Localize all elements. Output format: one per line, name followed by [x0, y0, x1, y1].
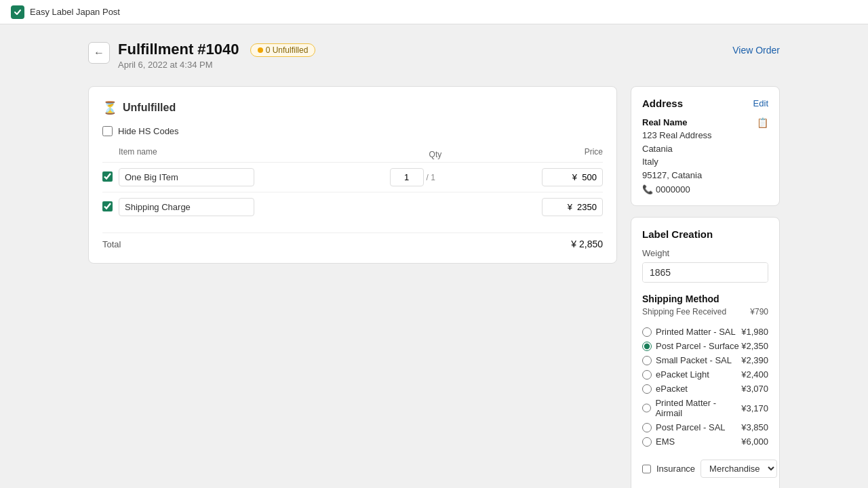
shipping-option-price: ¥3,070	[741, 384, 768, 394]
item-qty-cell	[390, 192, 481, 222]
label-creation-section: Label Creation Weight g Shipping Method …	[631, 217, 780, 488]
shipping-option-price: ¥3,850	[741, 422, 768, 432]
app-title: Easy Label Japan Post	[30, 7, 120, 17]
qty-wrapper: / 1	[390, 168, 481, 186]
hide-hs-checkbox[interactable]	[102, 126, 113, 136]
shipping-option-name: EMS	[656, 436, 675, 447]
address-name: Real Name	[642, 117, 712, 127]
shipping-options-container: Printed Matter - SAL ¥1,980 Post Parcel …	[642, 325, 768, 449]
label-creation-title: Label Creation	[642, 228, 713, 240]
status-badge: 0 Unfulfilled	[250, 43, 316, 57]
shipping-option-left: Post Parcel - SAL	[642, 422, 726, 432]
page-header-left: ← Fulfillment #1040 0 Unfulfilled April …	[88, 41, 315, 70]
shipping-option: Post Parcel - SAL ¥3,850	[642, 420, 768, 434]
item-checkbox[interactable]	[102, 201, 113, 211]
shipping-option-left: ePacket Light	[642, 369, 709, 380]
section-heading: Unfulfilled	[123, 102, 176, 114]
shipping-fee-value: ¥790	[750, 307, 768, 317]
shipping-option-name: Post Parcel - Surface	[656, 341, 739, 351]
status-dot	[258, 47, 263, 53]
shipping-option-name: ePacket Light	[656, 369, 709, 380]
item-price-cell	[481, 163, 603, 192]
shipping-fee-received: Shipping Fee Received ¥790	[642, 307, 768, 317]
shipping-option: Post Parcel - Surface ¥2,350	[642, 339, 768, 353]
insurance-checkbox[interactable]	[642, 464, 651, 474]
hide-hs-label[interactable]: Hide HS Codes	[118, 126, 179, 136]
shipping-option-left: EMS	[642, 436, 675, 447]
weight-input[interactable]	[643, 263, 768, 282]
shipping-fee-label: Shipping Fee Received	[642, 307, 726, 317]
app-logo	[11, 5, 24, 19]
phone-icon: 📞	[642, 184, 653, 195]
shipping-radio-post-parcel-surface[interactable]	[642, 342, 652, 351]
shipping-option: Small Packet - SAL ¥2,390	[642, 353, 768, 367]
page-title-block: Fulfillment #1040 0 Unfulfilled April 6,…	[118, 41, 315, 70]
shipping-radio-epacket-light[interactable]	[642, 370, 652, 380]
shipping-option-name: Post Parcel - SAL	[656, 422, 726, 432]
price-input[interactable]	[542, 198, 603, 216]
table-row	[102, 192, 603, 222]
item-name-input[interactable]	[119, 198, 254, 216]
insurance-label[interactable]: Insurance	[656, 464, 695, 474]
weight-input-row: g	[642, 262, 768, 283]
shipping-option-price: ¥6,000	[741, 436, 768, 447]
shipping-option: EMS ¥6,000	[642, 434, 768, 449]
total-label: Total	[102, 239, 121, 249]
shipping-option: ePacket ¥3,070	[642, 382, 768, 396]
qty-input[interactable]	[390, 168, 424, 186]
shipping-option-name: Printed Matter - Airmail	[655, 398, 741, 418]
address-section-header: Address Edit	[642, 98, 768, 109]
qty-total: / 1	[427, 173, 435, 182]
item-checkbox-cell	[102, 163, 119, 192]
shipping-option-left: Printed Matter - SAL	[642, 327, 736, 337]
shipping-radio-post-parcel-sal[interactable]	[642, 423, 652, 432]
shipping-option-name: Printed Matter - SAL	[656, 327, 736, 337]
item-price-cell	[481, 192, 603, 222]
copy-icon[interactable]: 📋	[757, 117, 768, 128]
merchandise-dropdown[interactable]: Merchandise Gift Documents Other	[701, 460, 777, 478]
shipping-radio-epacket[interactable]	[642, 384, 652, 394]
total-value: ¥ 2,850	[571, 239, 603, 249]
right-panel: Address Edit Real Name 123 Real Address …	[631, 86, 780, 488]
item-checkbox-cell	[102, 192, 119, 222]
unfulfilled-icon: ⏳	[102, 100, 117, 115]
shipping-method-title: Shipping Method	[642, 293, 768, 304]
col-item-name: Item name	[119, 147, 390, 163]
shipping-option-price: ¥1,980	[741, 327, 768, 337]
shipping-radio-printed-matter-sal[interactable]	[642, 327, 652, 337]
item-name-cell	[119, 192, 390, 222]
shipping-option-left: Post Parcel - Surface	[642, 341, 739, 351]
shipping-radio-small-packet-sal[interactable]	[642, 356, 652, 365]
shipping-radio-ems[interactable]	[642, 437, 652, 447]
address-content: Real Name 123 Real Address Catania Italy…	[642, 117, 768, 195]
address-country: Italy	[642, 155, 712, 169]
shipping-radio-printed-matter-airmail[interactable]	[642, 403, 651, 413]
address-section: Address Edit Real Name 123 Real Address …	[631, 86, 780, 206]
section-title-row: ⏳ Unfulfilled	[102, 100, 603, 115]
back-button[interactable]: ←	[88, 42, 110, 64]
shipping-option: Printed Matter - Airmail ¥3,170	[642, 396, 768, 420]
page-header: ← Fulfillment #1040 0 Unfulfilled April …	[88, 41, 780, 70]
price-input[interactable]	[542, 168, 603, 186]
hide-hs-row: Hide HS Codes	[102, 126, 603, 136]
item-checkbox[interactable]	[102, 171, 113, 182]
top-bar: Easy Label Japan Post	[0, 0, 868, 24]
total-row: Total ¥ 2,850	[102, 232, 603, 249]
edit-address-link[interactable]: Edit	[753, 98, 768, 108]
view-order-link[interactable]: View Order	[732, 45, 780, 56]
item-qty-cell: / 1	[390, 163, 481, 192]
items-table: Item name Qty Price / 1	[102, 147, 603, 222]
shipping-option-price: ¥2,350	[741, 341, 768, 351]
shipping-option: ePacket Light ¥2,400	[642, 367, 768, 382]
page-date: April 6, 2022 at 4:34 PM	[118, 60, 315, 70]
item-name-input[interactable]	[119, 168, 254, 186]
shipping-option-name: Small Packet - SAL	[656, 355, 732, 365]
col-price: Price	[481, 147, 603, 163]
address-line1: 123 Real Address	[642, 129, 712, 142]
columns-layout: ⏳ Unfulfilled Hide HS Codes Item name Qt…	[88, 86, 780, 488]
page-title: Fulfillment #1040 0 Unfulfilled	[118, 41, 315, 58]
item-name-cell	[119, 163, 390, 192]
shipping-option-price: ¥2,400	[741, 369, 768, 380]
shipping-option-name: ePacket	[656, 384, 688, 394]
address-postcode-city: 95127, Catania	[642, 169, 712, 182]
